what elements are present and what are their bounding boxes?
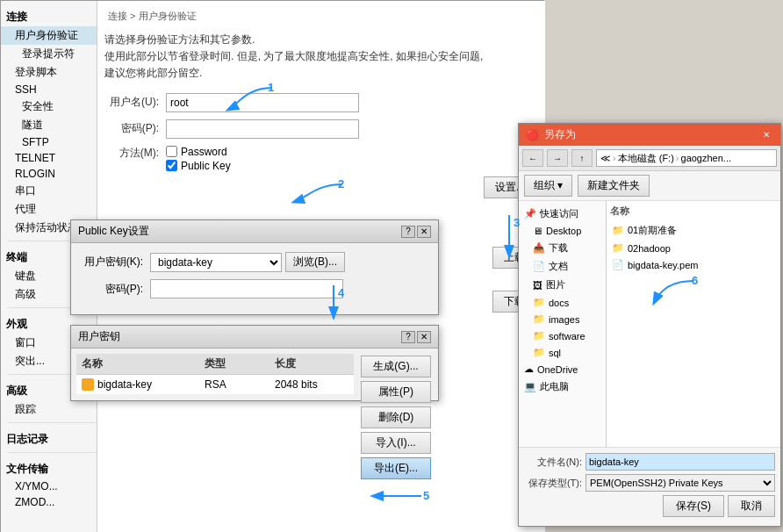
- filebrowser-title-icon: 🔴: [526, 129, 539, 141]
- fb-sql[interactable]: 📁 sql: [522, 344, 602, 361]
- pubkey-close-button[interactable]: ✕: [417, 226, 431, 238]
- filename-label: 文件名(N):: [524, 456, 585, 469]
- pubkey-browse-button[interactable]: 浏览(B)...: [285, 252, 345, 272]
- hadoop-folder-label: 02hadoop: [628, 243, 671, 254]
- sidebar-item-telnet[interactable]: TELNET: [1, 150, 97, 166]
- filebrowser-main: 📌 快速访问 🖥 Desktop 📥 下载 📄 文档 🖼 图片 📁 do: [519, 201, 780, 447]
- filetype-select[interactable]: PEM(OpenSSH2) Private Keys: [585, 474, 775, 492]
- sidebar-item-security[interactable]: 安全性: [1, 97, 97, 116]
- documents-icon: 📄: [533, 261, 545, 272]
- key-name-cell: bigdata-key: [82, 378, 205, 391]
- sidebar-item-tunnel[interactable]: 隧道: [1, 116, 97, 134]
- docs-icon: 📁: [533, 297, 545, 308]
- userkey-dialog: 用户密钥 ? ✕ 名称 类型 长度 bigdata-key RSA 2048 b…: [70, 325, 439, 401]
- pubkey-dialog-title: Public Key设置: [78, 224, 149, 239]
- path-part2: gaogzhen...: [681, 153, 732, 163]
- pubkey-help-button[interactable]: ?: [401, 226, 415, 238]
- fb-software[interactable]: 📁 software: [522, 327, 602, 344]
- forward-button[interactable]: →: [547, 149, 568, 167]
- desktop-icon: 🖥: [533, 226, 542, 236]
- filebrowser-actions: 组织 ▾ 新建文件夹: [519, 171, 780, 201]
- organize-button[interactable]: 组织 ▾: [524, 175, 572, 197]
- password-checkbox[interactable]: [166, 146, 177, 157]
- fb-images[interactable]: 📁 images: [522, 311, 602, 327]
- fb-item-prep[interactable]: 📁 01前期准备: [610, 221, 777, 240]
- fb-docs[interactable]: 📁 docs: [522, 294, 602, 311]
- pubkey-dialog-body: 用户密钥(K): bigdata-key 浏览(B)... 密码(P):: [71, 243, 438, 314]
- path-root: ≪: [600, 153, 611, 164]
- sidebar-section-log: 日志记录: [1, 427, 97, 449]
- images-icon: 📁: [533, 313, 545, 325]
- sidebar-item-login-prompt[interactable]: 登录提示符: [1, 45, 97, 63]
- fb-documents[interactable]: 📄 文档: [522, 257, 602, 276]
- userkey-dialog-title: 用户密钥: [78, 329, 120, 344]
- prep-folder-icon: 📁: [612, 225, 624, 236]
- new-folder-button[interactable]: 新建文件夹: [578, 175, 650, 197]
- filebrowser-title: 另存为: [544, 127, 754, 142]
- save-button[interactable]: 保存(S): [663, 495, 724, 517]
- filetype-label: 保存类型(T):: [524, 477, 585, 490]
- sidebar-item-user-auth[interactable]: 用户身份验证: [1, 26, 97, 45]
- userkey-close-button[interactable]: ✕: [417, 331, 431, 343]
- fb-desktop[interactable]: 🖥 Desktop: [522, 223, 602, 239]
- import-button[interactable]: 导入(I)...: [361, 432, 431, 454]
- fb-onedrive[interactable]: ☁ OneDrive: [522, 361, 602, 377]
- sidebar-item-serial[interactable]: 串口: [1, 182, 97, 200]
- userkey-dialog-titlebar: 用户密钥 ? ✕: [71, 326, 438, 349]
- sidebar-item-rlogin[interactable]: RLOGIN: [1, 166, 97, 182]
- userkey-help-button[interactable]: ?: [401, 331, 415, 343]
- sidebar-item-trace[interactable]: 跟踪: [1, 400, 97, 419]
- pictures-label: 图片: [546, 278, 565, 291]
- password-input[interactable]: [166, 119, 359, 139]
- filebrowser-close-button[interactable]: ✕: [759, 129, 773, 141]
- desc-line1: 请选择身份验证方法和其它参数.: [104, 32, 538, 48]
- sidebar-item-zmodem[interactable]: ZMOD...: [1, 494, 97, 510]
- sql-icon: 📁: [533, 347, 545, 358]
- pubkey-password-input[interactable]: [150, 279, 343, 298]
- username-label: 用户名(U):: [104, 95, 166, 110]
- pubkey-dialog: Public Key设置 ? ✕ 用户密钥(K): bigdata-key 浏览…: [70, 219, 439, 315]
- key-file-icon: 📄: [612, 259, 624, 270]
- sidebar-section-filetransfer: 文件传输: [1, 457, 97, 478]
- onedrive-icon: ☁: [524, 363, 534, 375]
- quick-access-label: 快速访问: [540, 207, 578, 220]
- cancel-button[interactable]: 取消: [728, 495, 775, 517]
- export-button[interactable]: 导出(E)...: [361, 457, 431, 479]
- table-row[interactable]: bigdata-key RSA 2048 bits: [76, 375, 354, 395]
- delete-button[interactable]: 删除(D): [361, 406, 431, 428]
- method-options: Password Public Key: [166, 146, 231, 174]
- properties-button[interactable]: 属性(P): [361, 381, 431, 403]
- method-row: 方法(M): Password Public Key: [104, 146, 538, 177]
- col-type: 类型: [205, 356, 275, 371]
- fb-item-hadoop[interactable]: 📁 02hadoop: [610, 240, 777, 256]
- pubkey-checkbox[interactable]: [166, 160, 177, 171]
- pubkey-dialog-titlebar: Public Key设置 ? ✕: [71, 220, 438, 243]
- col-length: 长度: [275, 356, 345, 371]
- fb-item-key[interactable]: 📄 bigdata-key.pem: [610, 256, 777, 273]
- method-label: 方法(M):: [104, 146, 166, 161]
- fb-pictures[interactable]: 🖼 图片: [522, 276, 602, 294]
- images-label: images: [549, 314, 579, 325]
- filename-input[interactable]: [585, 453, 775, 471]
- sidebar-item-proxy[interactable]: 代理: [1, 200, 97, 219]
- key-file-label: bigdata-key.pem: [628, 260, 699, 270]
- sidebar-item-ssh[interactable]: SSH: [1, 82, 97, 97]
- username-input[interactable]: [166, 93, 359, 112]
- filebrowser-right-panel: 名称 📁 01前期准备 📁 02hadoop 📄 bigdata-key.pem: [607, 201, 780, 447]
- filebrowser-bottom-buttons: 保存(S) 取消: [524, 495, 775, 517]
- filetype-row: 保存类型(T): PEM(OpenSSH2) Private Keys: [524, 474, 775, 492]
- sidebar-item-login-script[interactable]: 登录脚本: [1, 63, 97, 82]
- generate-button[interactable]: 生成(G)...: [361, 356, 431, 377]
- fb-quick-access[interactable]: 📌 快速访问: [522, 205, 602, 223]
- back-button[interactable]: ←: [522, 149, 543, 167]
- sidebar-item-sftp[interactable]: SFTP: [1, 134, 97, 150]
- documents-label: 文档: [549, 260, 568, 273]
- fb-thispc[interactable]: 💻 此电脑: [522, 377, 602, 396]
- userkey-action-buttons: 生成(G)... 属性(P) 删除(D) 导入(I)... 导出(E)...: [361, 356, 431, 479]
- fb-downloads[interactable]: 📥 下载: [522, 239, 602, 257]
- up-button[interactable]: ↑: [571, 149, 593, 167]
- quick-access-icon: 📌: [524, 208, 536, 219]
- desktop-label: Desktop: [546, 226, 581, 236]
- sidebar-item-xymodem[interactable]: X/YMO...: [1, 478, 97, 494]
- pubkey-key-select[interactable]: bigdata-key: [150, 253, 282, 272]
